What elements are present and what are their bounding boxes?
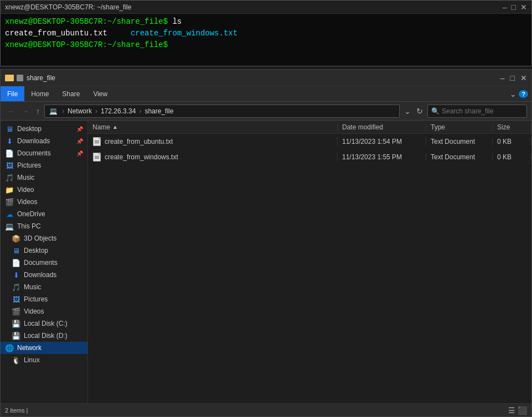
thispc-icon: 💻 [5,222,14,231]
explorer-title-controls: – □ ✕ [500,74,527,82]
table-row[interactable]: create_from_ubuntu.txt 11/13/2023 1:54 P… [88,134,531,149]
filename-label-1: create_from_ubuntu.txt [105,138,173,145]
content-area: 🖥 Desktop 📌 ⬇ Downloads 📌 📄 Documents 📌 … [1,121,531,403]
file-date-2: 11/13/2023 1:55 PM [338,153,426,161]
terminal-maximize-btn[interactable]: □ [512,3,516,12]
ribbon-help-icon[interactable]: ? [519,90,528,98]
sidebar-label-pictures2: Pictures [24,295,48,303]
sidebar-item-videos[interactable]: 🎬 Videos [1,196,87,208]
sidebar-label-music2: Music [24,283,41,291]
sidebar-item-documents-pinned[interactable]: 📄 Documents 📌 [1,147,87,159]
forward-button[interactable]: → [19,106,32,117]
sidebar-item-linux[interactable]: 🐧 Linux [1,354,87,366]
terminal-file1: create_from_ubuntu.txt [5,29,107,38]
sidebar-label-pictures: Pictures [17,161,41,169]
terminal-body: xnewz@DESKTOP-305BC7R:~/share_file$ ls c… [1,14,531,53]
sidebar-label-onedrive: OneDrive [17,210,45,218]
pin-icon-documents: 📌 [76,150,83,157]
tab-home[interactable]: Home [24,86,55,101]
sidebar-item-localdiskd[interactable]: 💾 Local Disk (D:) [1,330,87,342]
sidebar-item-network[interactable]: 🌐 Network [1,342,87,354]
file-list: Name ▲ Date modified Type Size [88,121,531,403]
sidebar-item-documents2[interactable]: 📄 Documents [1,257,87,269]
file-icon-1 [92,137,101,147]
file-icon-2 [92,152,101,162]
column-header-size[interactable]: Size [493,123,531,131]
localdiskc-icon: 💾 [12,319,20,328]
pin-icon-desktop: 📌 [76,126,83,132]
sidebar-label-videos: Videos [17,198,37,206]
sidebar-label-videos2: Videos [24,307,44,315]
file-date-1: 11/13/2023 1:54 PM [338,138,426,145]
tab-view[interactable]: View [86,86,114,101]
status-bar: 2 items | ☰ ⬛ [1,403,531,416]
terminal-controls: – □ ✕ [503,3,527,12]
address-dropdown-icon[interactable]: ⌄ [402,106,413,117]
sidebar-item-3dobjects[interactable]: 📦 3D Objects [1,232,87,244]
address-bar: ← → ↑ 💻 › Network › 172.26.3.34 › share_… [1,102,531,121]
sidebar-label-documents2: Documents [24,259,58,267]
sidebar-item-video[interactable]: 📁 Video [1,184,87,196]
file-size-1: 0 KB [493,138,531,145]
explorer-window: share_file – □ ✕ File Home Share View ⌄ … [0,69,532,417]
search-box[interactable]: 🔍 [427,105,527,118]
ribbon-expand: ⌄ ? [510,90,531,98]
file-name-2: create_from_windows.txt [88,152,338,162]
path-share[interactable]: share_file [144,107,173,115]
path-sep2: › [95,107,97,115]
terminal-prompt2: xnewz@DESKTOP-305BC7R:~/share_file$ [5,40,168,49]
sidebar-item-onedrive[interactable]: ☁ OneDrive [1,208,87,220]
terminal-prompt1: xnewz@DESKTOP-305BC7R:~/share_file$ [5,17,168,26]
sidebar-item-pictures2[interactable]: 🖼 Pictures [1,293,87,305]
column-header-name[interactable]: Name ▲ [88,123,338,131]
explorer-minimize-btn[interactable]: – [500,74,505,82]
localdiskd-icon: 💾 [12,331,20,340]
ribbon-chevron-icon[interactable]: ⌄ [510,90,516,98]
up-button[interactable]: ↑ [34,106,42,117]
terminal-minimize-btn[interactable]: – [503,3,507,12]
tab-file[interactable]: File [1,86,24,101]
sidebar: 🖥 Desktop 📌 ⬇ Downloads 📌 📄 Documents 📌 … [1,121,88,403]
path-network[interactable]: Network [68,107,92,115]
sidebar-item-desktop2[interactable]: 🖥 Desktop [1,244,87,257]
sidebar-item-music2[interactable]: 🎵 Music [1,281,87,293]
path-ip[interactable]: 172.26.3.34 [101,107,136,115]
terminal-line3: xnewz@DESKTOP-305BC7R:~/share_file$ [5,39,527,51]
back-button[interactable]: ← [5,106,17,117]
sidebar-label-video: Video [17,186,34,194]
network-icon: 🌐 [5,343,14,352]
terminal-title: xnewz@DESKTOP-305BC7R: ~/share_file [5,3,131,11]
tab-share[interactable]: Share [55,86,86,101]
onedrive-icon: ☁ [5,210,14,218]
sidebar-item-pictures[interactable]: 🖼 Pictures [1,159,87,171]
address-path[interactable]: 💻 › Network › 172.26.3.34 › share_file [44,105,400,118]
explorer-close-btn[interactable]: ✕ [520,74,527,82]
terminal-close-btn[interactable]: ✕ [520,3,527,12]
tiles-view-icon[interactable]: ⬛ [518,406,527,415]
ribbon-tabs: File Home Share View ⌄ ? [1,86,531,102]
sidebar-label-linux: Linux [24,356,40,364]
explorer-maximize-btn[interactable]: □ [510,74,515,82]
file-size-2: 0 KB [493,153,531,161]
3dobjects-icon: 📦 [12,234,20,243]
column-header-type[interactable]: Type [426,123,493,131]
terminal-line2: create_from_ubuntu.txt create_from_windo… [5,28,527,39]
sidebar-label-desktop: Desktop [17,125,42,133]
sidebar-label-network: Network [17,344,42,352]
terminal-cmd: ls [168,17,182,26]
sidebar-label-localdiskd: Local Disk (D:) [24,332,68,340]
sidebar-item-localdiskc[interactable]: 💾 Local Disk (C:) [1,317,87,330]
column-header-date[interactable]: Date modified [338,123,426,131]
sidebar-item-thispc[interactable]: 💻 This PC [1,220,87,232]
sidebar-item-downloads2[interactable]: ⬇ Downloads [1,269,87,281]
sidebar-label-localdiskc: Local Disk (C:) [24,320,68,327]
table-row[interactable]: create_from_windows.txt 11/13/2023 1:55 … [88,149,531,165]
sidebar-item-music[interactable]: 🎵 Music [1,171,87,184]
sidebar-item-videos2[interactable]: 🎬 Videos [1,305,87,317]
sidebar-item-desktop-pinned[interactable]: 🖥 Desktop 📌 [1,123,87,135]
sidebar-item-downloads-pinned[interactable]: ⬇ Downloads 📌 [1,135,87,147]
sidebar-label-music: Music [17,174,34,181]
search-input[interactable] [442,107,523,115]
details-view-icon[interactable]: ☰ [508,406,515,415]
address-refresh-icon[interactable]: ↻ [414,106,425,117]
